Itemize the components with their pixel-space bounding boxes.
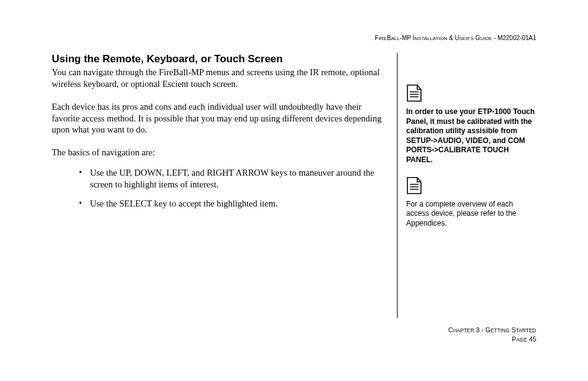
document-footer: CHAPTER 3 - GETTING STARTED PAGE 45 — [448, 326, 536, 344]
document-header: FIREBALL-MP INSTALLATION & USER'S GUIDE … — [375, 35, 536, 41]
main-column: Using the Remote, Keyboard, or Touch Scr… — [52, 53, 397, 318]
page-number: PAGE 45 — [448, 335, 536, 344]
document-page: FIREBALL-MP INSTALLATION & USER'S GUIDE … — [0, 0, 588, 381]
sidebar-note: For a complete overview of each access d… — [406, 200, 536, 229]
chapter-label: CHAPTER 3 - GETTING STARTED — [448, 326, 536, 335]
sidebar-column: In order to use your ETP-1000 Touch Pane… — [398, 53, 536, 318]
bullet-list: Use the UP, DOWN, LEFT, and RIGHT ARROW … — [52, 167, 386, 210]
list-item: Use the SELECT key to accept the highlig… — [79, 198, 386, 210]
content-wrap: Using the Remote, Keyboard, or Touch Scr… — [52, 53, 536, 318]
list-item: Use the UP, DOWN, LEFT, and RIGHT ARROW … — [79, 167, 386, 190]
note-icon — [406, 176, 536, 195]
note-icon — [406, 84, 536, 102]
body-paragraph: You can navigate through the FireBall-MP… — [52, 67, 386, 90]
body-paragraph: The basics of navigation are: — [52, 147, 386, 158]
doc-number: - M22002-01A1 — [492, 35, 536, 41]
section-heading: Using the Remote, Keyboard, or Touch Scr… — [52, 53, 386, 65]
sidebar-note: In order to use your ETP-1000 Touch Pane… — [406, 107, 536, 165]
body-paragraph: Each device has its pros and cons and ea… — [52, 101, 386, 136]
